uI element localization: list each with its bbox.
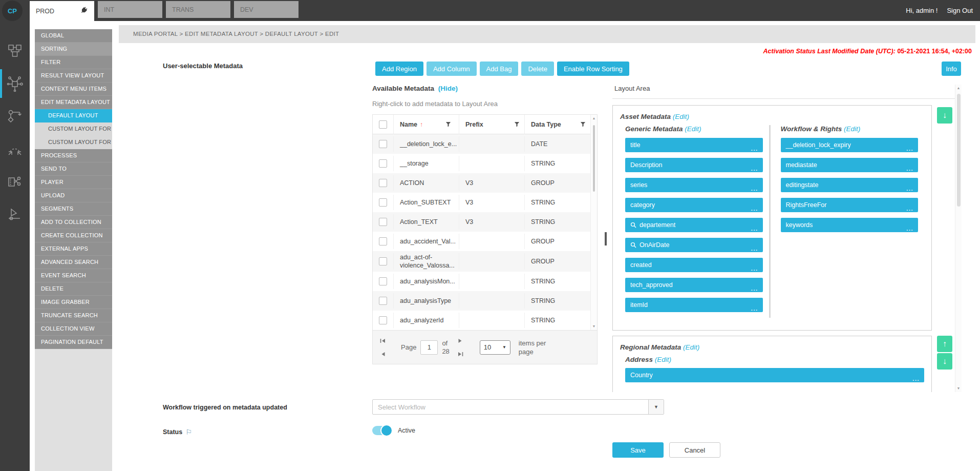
move-up-button[interactable]: ↑: [937, 336, 952, 352]
table-row[interactable]: Action_SUBTEXT V3 STRING: [373, 193, 590, 212]
table-row[interactable]: adu_analysisType STRING: [373, 291, 590, 311]
metadata-chip[interactable]: itemId ...: [625, 298, 763, 312]
scroll-up-icon[interactable]: ▲: [592, 115, 596, 122]
metadata-chip[interactable]: mediastate ...: [781, 158, 919, 172]
layout-area-scrollbar[interactable]: ▲ ▼: [955, 85, 962, 392]
table-row[interactable]: adu_analyzerId STRING: [373, 311, 590, 330]
scrollbar-thumb[interactable]: [593, 125, 595, 192]
sidebar-item[interactable]: SEGMENTS: [35, 202, 112, 216]
regional-metadata-edit-link[interactable]: (Edit): [683, 343, 699, 351]
sidebar-item[interactable]: DELETE: [35, 282, 112, 296]
scroll-up-icon[interactable]: ▲: [957, 85, 961, 92]
sidebar-item[interactable]: SORTING: [35, 43, 112, 56]
add-region-button[interactable]: Add Region: [375, 62, 423, 76]
status-toggle[interactable]: [372, 426, 392, 435]
workflow-rights-edit-link[interactable]: (Edit): [844, 125, 860, 133]
environment-tab[interactable]: PROD: [30, 1, 94, 21]
metadata-chip[interactable]: departement ...: [625, 218, 763, 232]
metadata-chip[interactable]: editingstate ...: [781, 178, 919, 192]
environment-tab[interactable]: INT: [98, 1, 162, 18]
metadata-chip[interactable]: keywords ...: [781, 218, 919, 232]
grabber-icon[interactable]: [0, 198, 30, 231]
environment-tab[interactable]: DEV: [234, 1, 299, 18]
metadata-chip[interactable]: created ...: [625, 258, 763, 272]
metadata-chip[interactable]: RightsFreeFor ...: [781, 198, 919, 212]
row-checkbox[interactable]: [379, 159, 387, 168]
row-checkbox[interactable]: [379, 257, 387, 265]
sidebar-item[interactable]: CREATE COLLECTION: [35, 229, 112, 242]
column-header-name[interactable]: Name ↑: [393, 115, 459, 134]
row-checkbox[interactable]: [379, 297, 387, 305]
table-row[interactable]: __deletion_lock_e... DATE: [373, 134, 590, 154]
info-button[interactable]: Info: [942, 62, 961, 76]
sidebar-item[interactable]: DEFAULT LAYOUT: [35, 109, 112, 122]
row-checkbox[interactable]: [379, 140, 387, 148]
generic-metadata-edit-link[interactable]: (Edit): [685, 125, 701, 133]
table-row[interactable]: adu_accident_Val... GROUP: [373, 232, 590, 251]
filter-icon[interactable]: [445, 121, 451, 127]
table-row[interactable]: adu_act-of- violence_Valossa... GROUP: [373, 251, 590, 272]
sidebar-item[interactable]: TRUNCATE SEARCH: [35, 309, 112, 322]
sign-out-link[interactable]: Sign Out: [947, 7, 973, 14]
metadata-chip[interactable]: series ...: [625, 178, 763, 192]
metadata-chip[interactable]: tech_approved ...: [625, 278, 763, 292]
metadata-chip[interactable]: __deletion_lock_expiry ...: [781, 138, 919, 152]
sidebar-item[interactable]: CUSTOM LAYOUT FOR I...: [35, 122, 112, 136]
workflow-select[interactable]: Select Workflow ▼: [372, 399, 664, 415]
grid-vertical-scrollbar[interactable]: ▲ ▼: [590, 115, 597, 330]
row-checkbox[interactable]: [379, 179, 387, 187]
sidebar-item[interactable]: GLOBAL CONFIGURATION: [35, 29, 112, 43]
address-edit-link[interactable]: (Edit): [655, 356, 671, 363]
modules-icon[interactable]: [0, 34, 30, 67]
move-down-button[interactable]: ↓: [937, 107, 952, 124]
sidebar-item[interactable]: EVENT SEARCH: [35, 269, 112, 282]
add-column-button[interactable]: Add Column: [427, 62, 477, 76]
filter-icon[interactable]: [580, 121, 586, 127]
asset-metadata-edit-link[interactable]: (Edit): [673, 113, 689, 120]
filter-icon[interactable]: [514, 121, 520, 127]
sidebar-item[interactable]: PAGINATION DEFAULT VALUE: [35, 336, 112, 349]
sidebar-item[interactable]: PROCESSES: [35, 149, 112, 162]
configuration-icon[interactable]: [0, 67, 30, 100]
sidebar-item[interactable]: RESULT VIEW LAYOUT: [35, 69, 112, 83]
panel-splitter-handle[interactable]: [605, 232, 607, 245]
delete-button[interactable]: Delete: [521, 62, 554, 76]
table-row[interactable]: Action_TEXT V3 STRING: [373, 212, 590, 232]
scroll-down-icon[interactable]: ▼: [957, 385, 961, 392]
sidebar-item[interactable]: ADD TO COLLECTION: [35, 216, 112, 229]
save-button[interactable]: Save: [612, 442, 664, 458]
select-all-checkbox[interactable]: [379, 120, 387, 129]
last-page-button[interactable]: [458, 352, 463, 357]
first-page-button[interactable]: [380, 338, 386, 343]
table-row[interactable]: adu_analysisMon... STRING: [373, 272, 590, 291]
sidebar-item[interactable]: ADVANCED SEARCH: [35, 256, 112, 269]
enable-row-sorting-button[interactable]: Enable Row Sorting: [557, 62, 629, 76]
processes-icon[interactable]: [0, 133, 30, 166]
metadata-chip[interactable]: title ...: [625, 138, 763, 152]
metadata-chip[interactable]: Country ...: [625, 368, 924, 382]
page-size-select[interactable]: 10 ▼: [480, 340, 510, 355]
column-header-prefix[interactable]: Prefix: [459, 115, 524, 134]
sidebar-item[interactable]: FILTER: [35, 56, 112, 69]
sidebar-item[interactable]: CUSTOM LAYOUT FOR C...: [35, 136, 112, 149]
environment-tab[interactable]: TRANS: [166, 1, 230, 18]
sidebar-item[interactable]: EDIT METADATA LAYOUT: [35, 96, 112, 109]
sidebar-item[interactable]: IMAGE GRABBER: [35, 296, 112, 309]
next-page-button[interactable]: [458, 338, 462, 343]
workflow-icon[interactable]: [0, 100, 30, 133]
row-checkbox[interactable]: [379, 198, 387, 207]
move-down-button[interactable]: ↓: [937, 353, 952, 370]
table-row[interactable]: ACTION V3 GROUP: [373, 173, 590, 193]
clip-icon[interactable]: [0, 166, 30, 198]
metadata-chip[interactable]: OnAirDate ...: [625, 238, 763, 252]
dropdown-arrow-icon[interactable]: ▼: [648, 400, 664, 414]
hide-link[interactable]: (Hide): [438, 85, 458, 92]
scroll-down-icon[interactable]: ▼: [592, 323, 596, 330]
sidebar-item[interactable]: COLLECTION VIEW: [35, 322, 112, 336]
table-row[interactable]: __storage STRING: [373, 154, 590, 173]
scrollbar-thumb[interactable]: [957, 94, 961, 207]
sidebar-item[interactable]: EXTERNAL APPS: [35, 242, 112, 256]
metadata-chip[interactable]: category ...: [625, 198, 763, 212]
add-bag-button[interactable]: Add Bag: [480, 62, 519, 76]
sidebar-item[interactable]: PLAYER: [35, 176, 112, 189]
